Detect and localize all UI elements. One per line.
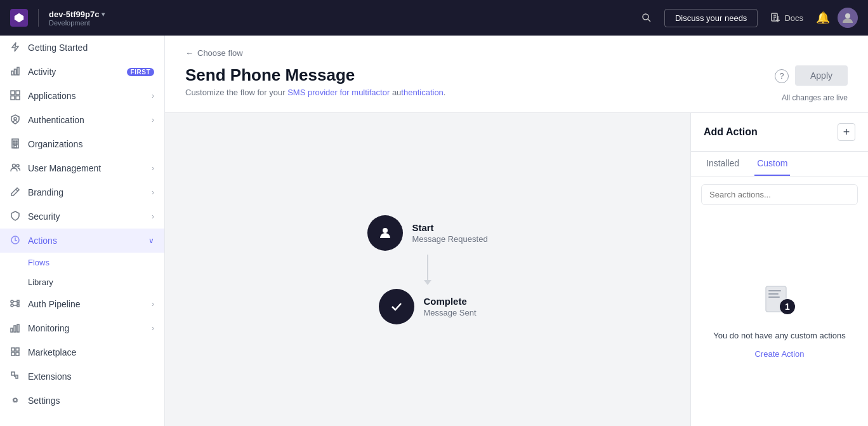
- subtitle-link-thentication[interactable]: thentication: [401, 88, 444, 97]
- sidebar-item-auth-pipeline[interactable]: Auth Pipeline ›: [0, 292, 164, 316]
- pen-icon: [10, 187, 22, 198]
- tenant-selector[interactable]: dev-5tf99p7c ▾ Development: [49, 10, 105, 27]
- chevron-right-icon: ›: [152, 91, 154, 100]
- sidebar-item-settings[interactable]: Settings: [0, 389, 164, 413]
- svg-rect-38: [11, 348, 15, 351]
- panel-add-button[interactable]: +: [838, 123, 855, 141]
- sidebar-item-activity[interactable]: Activity FIRST: [0, 60, 164, 84]
- notifications-bell[interactable]: 🔔: [816, 11, 830, 25]
- subtitle-link-flow[interactable]: SMS provider: [287, 88, 338, 97]
- sidebar-item-getting-started[interactable]: Getting Started: [0, 36, 164, 60]
- sidebar-sub-item-flows[interactable]: Flows: [0, 253, 164, 272]
- sidebar-sub-item-library[interactable]: Library: [0, 272, 164, 292]
- canvas-area: Start Message Requested: [165, 113, 690, 426]
- sidebar-label: Authentication: [28, 115, 145, 125]
- sidebar-item-extensions[interactable]: Extensions: [0, 364, 164, 389]
- tab-custom[interactable]: Custom: [754, 152, 790, 176]
- sidebar-item-marketplace[interactable]: Marketplace: [0, 340, 164, 364]
- sidebar-label: Extensions: [28, 371, 154, 382]
- header-actions: ? Apply All changes are live: [775, 65, 848, 102]
- sidebar-item-branding[interactable]: Branding ›: [0, 180, 164, 204]
- chevron-right-icon: ›: [152, 116, 154, 124]
- svg-point-25: [13, 164, 16, 168]
- right-panel: Add Action + Installed Custom: [690, 113, 868, 426]
- sidebar-label: Organizations: [28, 139, 154, 149]
- sidebar-item-authentication[interactable]: Authentication ›: [0, 108, 164, 132]
- svg-rect-34: [17, 304, 19, 307]
- avatar[interactable]: [838, 8, 858, 28]
- sidebar-item-user-management[interactable]: User Management ›: [0, 156, 164, 180]
- svg-rect-24: [14, 145, 16, 148]
- chevron-down-icon: ∨: [148, 236, 154, 245]
- sidebar-label: User Management: [28, 163, 145, 173]
- flow-arrow: [424, 251, 431, 289]
- complete-node-circle: [379, 289, 414, 324]
- tab-installed[interactable]: Installed: [704, 152, 742, 176]
- shield-person-icon: [10, 114, 22, 126]
- flow-diagram: Start Message Requested: [367, 215, 487, 324]
- chevron-right-icon: ›: [152, 212, 154, 221]
- complete-node-title: Complete: [423, 296, 476, 307]
- shield-icon: [10, 211, 22, 222]
- flow-canvas: Start Message Requested: [165, 113, 868, 426]
- back-link[interactable]: ← Choose flow: [185, 48, 848, 58]
- gear-icon: [10, 395, 22, 406]
- sidebar-item-organizations[interactable]: Organizations: [0, 132, 164, 156]
- svg-rect-14: [11, 91, 15, 95]
- svg-rect-40: [11, 352, 15, 356]
- bar-chart-icon: [10, 323, 22, 334]
- create-action-link[interactable]: Create Action: [754, 349, 804, 359]
- topnav: dev-5tf99p7c ▾ Development Discuss your …: [0, 0, 868, 36]
- tenant-name: dev-5tf99p7c ▾: [49, 10, 105, 19]
- svg-rect-16: [11, 96, 15, 100]
- panel-title: Add Action: [704, 126, 758, 138]
- svg-rect-23: [16, 143, 17, 145]
- grid-icon: [10, 90, 22, 102]
- empty-state-text: You do not have any custom actions: [713, 329, 845, 342]
- discuss-button[interactable]: Discuss your needs: [664, 9, 758, 27]
- subtitle-link-multifactor[interactable]: multifactor: [352, 88, 390, 97]
- title-area: Send Phone Message Customize the flow fo…: [185, 65, 445, 97]
- building-icon: [10, 138, 22, 150]
- svg-rect-11: [11, 71, 13, 75]
- sidebar-item-security[interactable]: Security ›: [0, 204, 164, 229]
- tenant-env: Development: [49, 19, 105, 27]
- sidebar-label: Auth Pipeline: [28, 299, 145, 309]
- chevron-right-icon: ›: [152, 324, 154, 333]
- zap-icon: [10, 235, 22, 246]
- sidebar-item-actions[interactable]: Actions ∨: [0, 229, 164, 253]
- svg-rect-17: [16, 96, 20, 100]
- svg-point-18: [14, 117, 16, 120]
- svg-rect-46: [768, 290, 781, 291]
- search-button[interactable]: [636, 8, 657, 28]
- sidebar-label: Marketplace: [28, 347, 154, 357]
- sidebar-item-monitoring[interactable]: Monitoring ›: [0, 316, 164, 340]
- sidebar-item-applications[interactable]: Applications ›: [0, 84, 164, 108]
- subtitle-link-for[interactable]: for: [340, 88, 350, 97]
- flow-node-start: Start Message Requested: [367, 215, 487, 251]
- docs-label: Docs: [784, 13, 803, 23]
- help-icon[interactable]: ?: [775, 69, 789, 83]
- page-subtitle: Customize the flow for your SMS provider…: [185, 88, 445, 97]
- search-input[interactable]: [701, 184, 858, 205]
- empty-state-icon: 1: [761, 280, 799, 322]
- svg-rect-12: [15, 69, 16, 75]
- svg-rect-48: [768, 296, 780, 298]
- svg-rect-21: [16, 141, 17, 142]
- svg-line-27: [16, 189, 18, 191]
- marketplace-icon: [10, 347, 22, 358]
- docs-link[interactable]: Docs: [765, 13, 808, 23]
- sidebar-label: Getting Started: [28, 43, 154, 53]
- apply-button[interactable]: Apply: [795, 65, 848, 86]
- logo[interactable]: [10, 9, 28, 27]
- panel-empty-state: 1 You do not have any custom actions Cre…: [691, 213, 868, 426]
- panel-header: Add Action +: [691, 113, 868, 152]
- svg-line-2: [648, 19, 650, 22]
- page-title: Send Phone Message: [185, 65, 445, 85]
- svg-rect-22: [13, 143, 15, 145]
- main-layout: Getting Started Activity FIRST Applicati…: [0, 36, 868, 426]
- back-label: Choose flow: [197, 48, 243, 58]
- svg-point-30: [11, 304, 13, 307]
- lightning-icon: [10, 42, 22, 53]
- chevron-right-icon: ›: [152, 300, 154, 309]
